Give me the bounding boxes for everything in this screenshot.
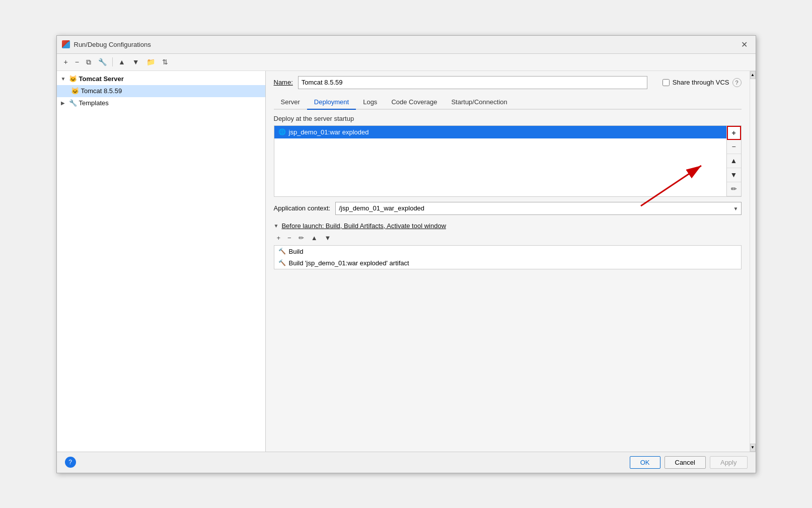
before-launch-header: ▼ Before launch: Build, Build Artifacts,… — [274, 222, 742, 230]
app-context-label: Application context: — [274, 204, 331, 212]
before-launch-toolbar: + − ✏ ▲ ▼ — [274, 233, 742, 243]
tabs-bar: Server Deployment Logs Code Coverage Sta… — [274, 95, 742, 110]
app-context-select-wrapper: /jsp_demo_01_war_exploded — [335, 202, 741, 215]
bl-edit-button[interactable]: ✏ — [296, 233, 307, 243]
bl-up-button[interactable]: ▲ — [308, 233, 321, 243]
title-bar: Run/Debug Configurations ✕ — [57, 36, 756, 54]
tree-item-templates[interactable]: ▶ 🔧 Templates — [57, 97, 265, 109]
deploy-move-down-button[interactable]: ▼ — [727, 168, 741, 182]
name-label: Name: — [274, 79, 293, 86]
app-icon — [62, 40, 70, 48]
footer-help-button[interactable]: ? — [65, 457, 76, 468]
templates-icon: 🔧 — [69, 99, 77, 107]
before-launch-list: 🔨 Build 🔨 Build 'jsp_demo_01:war explode… — [274, 245, 742, 269]
tab-server[interactable]: Server — [274, 95, 307, 110]
right-panel: Name: Share through VCS ? Server Deploym… — [266, 71, 750, 452]
tree-expand-arrow: ▼ — [61, 76, 67, 82]
artifact-icon: 🔨 — [278, 259, 286, 266]
deploy-side-buttons: + − ▲ ▼ ✏ — [726, 126, 741, 196]
deploy-remove-button[interactable]: − — [727, 140, 741, 154]
templates-expand-arrow: ▶ — [61, 100, 67, 106]
bl-list-item-artifact[interactable]: 🔨 Build 'jsp_demo_01:war exploded' artif… — [274, 257, 741, 269]
deploy-list-item[interactable]: 🌐 jsp_demo_01:war exploded — [274, 126, 726, 138]
tree-item-tomcat-instance[interactable]: 🐱 Tomcat 8.5.59 — [57, 85, 265, 97]
toolbar: + − ⧉ 🔧 ▲ ▼ 📁 ⇅ — [57, 54, 756, 71]
settings-button[interactable]: 🔧 — [95, 56, 110, 68]
templates-label: Templates — [79, 99, 109, 107]
left-panel: ▼ 🐱 Tomcat Server 🐱 Tomcat 8.5.59 ▶ 🔧 Te… — [57, 71, 266, 452]
app-context-select[interactable]: /jsp_demo_01_war_exploded — [335, 202, 741, 215]
move-down-button[interactable]: ▼ — [129, 56, 142, 68]
deploy-item-icon: 🌐 — [278, 128, 286, 135]
bl-item-build-label: Build — [289, 248, 304, 255]
tab-logs[interactable]: Logs — [356, 95, 384, 110]
tomcat-instance-label: Tomcat 8.5.59 — [81, 87, 122, 95]
main-content: ▼ 🐱 Tomcat Server 🐱 Tomcat 8.5.59 ▶ 🔧 Te… — [57, 71, 756, 452]
dialog-title: Run/Debug Configurations — [74, 41, 151, 48]
name-input[interactable] — [298, 76, 647, 89]
cancel-button[interactable]: Cancel — [665, 456, 706, 469]
bl-remove-button[interactable]: − — [284, 233, 294, 243]
toolbar-separator — [112, 57, 113, 66]
before-launch-expand-arrow[interactable]: ▼ — [274, 223, 279, 229]
deploy-edit-button[interactable]: ✏ — [727, 182, 741, 196]
bl-list-item-build[interactable]: 🔨 Build — [274, 246, 741, 257]
tomcat-server-group-label: Tomcat Server — [79, 75, 124, 83]
move-up-button[interactable]: ▲ — [115, 56, 128, 68]
title-bar-left: Run/Debug Configurations — [62, 40, 151, 48]
ok-button[interactable]: OK — [630, 456, 660, 469]
run-debug-dialog: Run/Debug Configurations ✕ + − ⧉ 🔧 ▲ ▼ 📁… — [56, 35, 756, 473]
folder-button[interactable]: 📁 — [143, 56, 158, 68]
deploy-list: 🌐 jsp_demo_01:war exploded — [274, 126, 726, 196]
scroll-up-arrow[interactable]: ▲ — [750, 71, 756, 79]
deploy-item-label: jsp_demo_01:war exploded — [289, 128, 369, 136]
right-scrollbar[interactable]: ▲ ▼ — [750, 71, 756, 452]
tab-deployment[interactable]: Deployment — [307, 95, 356, 110]
copy-config-button[interactable]: ⧉ — [83, 56, 94, 68]
before-launch-title: Before launch: Build, Build Artifacts, A… — [281, 222, 446, 230]
deploy-section-label: Deploy at the server startup — [274, 115, 742, 122]
deploy-list-container: 🌐 jsp_demo_01:war exploded + − ▲ ▼ ✏ — [274, 125, 742, 197]
share-vcs-checkbox[interactable] — [662, 79, 670, 86]
tomcat-server-icon: 🐱 — [69, 75, 77, 83]
share-vcs-help-button[interactable]: ? — [732, 78, 742, 87]
before-launch-section: ▼ Before launch: Build, Build Artifacts,… — [274, 222, 742, 269]
scroll-down-arrow[interactable]: ▼ — [750, 444, 756, 452]
dialog-footer: ? OK Cancel Apply — [57, 452, 756, 473]
bl-item-artifact-label: Build 'jsp_demo_01:war exploded' artifac… — [289, 259, 409, 267]
share-vcs-area: Share through VCS ? — [662, 78, 742, 87]
apply-button[interactable]: Apply — [710, 456, 748, 469]
tomcat-instance-icon: 🐱 — [71, 87, 79, 95]
share-vcs-label: Share through VCS — [673, 79, 729, 86]
deploy-move-up-button[interactable]: ▲ — [727, 154, 741, 168]
name-row: Name: Share through VCS ? — [274, 76, 742, 89]
scroll-track — [750, 79, 756, 444]
deploy-add-button[interactable]: + — [727, 126, 741, 140]
bl-down-button[interactable]: ▼ — [322, 233, 334, 243]
sort-button[interactable]: ⇅ — [159, 56, 171, 68]
tab-code-coverage[interactable]: Code Coverage — [384, 95, 444, 110]
deploy-list-wrapper: 🌐 jsp_demo_01:war exploded + − ▲ ▼ ✏ — [274, 125, 742, 197]
tab-startup-connection[interactable]: Startup/Connection — [444, 95, 514, 110]
tree-group-tomcat-server[interactable]: ▼ 🐱 Tomcat Server — [57, 73, 265, 85]
add-config-button[interactable]: + — [61, 56, 71, 68]
build-icon: 🔨 — [278, 248, 286, 255]
app-context-row: Application context: /jsp_demo_01_war_ex… — [274, 202, 742, 215]
remove-config-button[interactable]: − — [72, 56, 82, 68]
bl-add-button[interactable]: + — [274, 233, 284, 243]
close-button[interactable]: ✕ — [738, 39, 751, 50]
